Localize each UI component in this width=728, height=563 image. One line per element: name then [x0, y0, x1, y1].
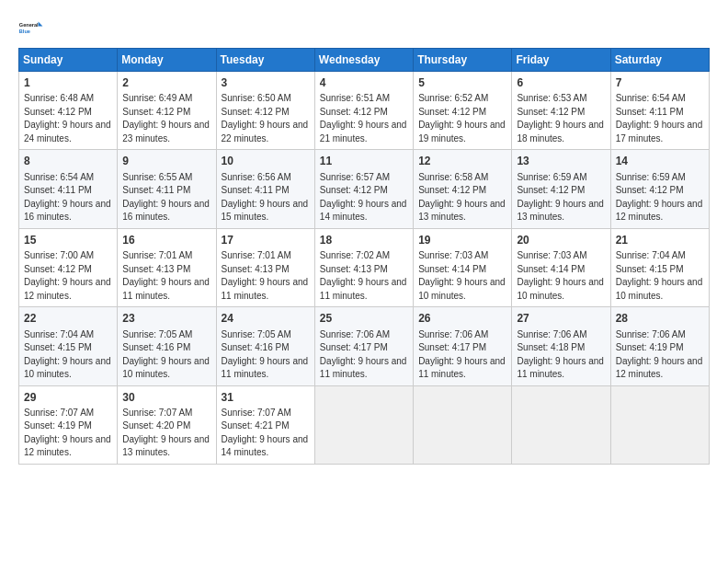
day-number: 19 [418, 233, 506, 248]
sunset-text: Sunset: 4:12 PM [24, 107, 92, 117]
calendar-day-cell: 8Sunrise: 6:54 AMSunset: 4:11 PMDaylight… [19, 150, 118, 228]
daylight-text: Daylight: 9 hours and 24 minutes. [24, 120, 111, 144]
calendar-header-cell: Tuesday [216, 49, 314, 72]
sunset-text: Sunset: 4:19 PM [616, 342, 684, 352]
daylight-text: Daylight: 9 hours and 19 minutes. [418, 120, 506, 144]
sunrise-text: Sunrise: 6:55 AM [122, 172, 192, 182]
day-number: 10 [222, 154, 310, 169]
daylight-text: Daylight: 9 hours and 17 minutes. [616, 120, 703, 144]
calendar-header-cell: Friday [512, 49, 610, 72]
calendar-day-cell: 30Sunrise: 7:07 AMSunset: 4:20 PMDayligh… [118, 385, 216, 464]
sunset-text: Sunset: 4:14 PM [517, 264, 585, 274]
calendar-day-cell: 13Sunrise: 6:59 AMSunset: 4:12 PMDayligh… [512, 150, 610, 228]
daylight-text: Daylight: 9 hours and 13 minutes. [517, 199, 604, 223]
calendar-page: GeneralBlue SundayMondayTuesdayWednesday… [0, 0, 728, 563]
calendar-day-cell: 9Sunrise: 6:55 AMSunset: 4:11 PMDaylight… [118, 150, 216, 228]
daylight-text: Daylight: 9 hours and 11 minutes. [517, 356, 604, 380]
sunset-text: Sunset: 4:16 PM [222, 342, 290, 352]
sunset-text: Sunset: 4:12 PM [320, 185, 388, 195]
sunset-text: Sunset: 4:12 PM [320, 107, 388, 117]
sunrise-text: Sunrise: 6:56 AM [222, 172, 291, 182]
day-number: 31 [222, 390, 310, 406]
calendar-day-cell: 6Sunrise: 6:53 AMSunset: 4:12 PMDaylight… [512, 72, 610, 150]
daylight-text: Daylight: 9 hours and 11 minutes. [222, 356, 309, 380]
calendar-day-cell: 21Sunrise: 7:04 AMSunset: 4:15 PMDayligh… [610, 228, 709, 306]
calendar-day-cell: 20Sunrise: 7:03 AMSunset: 4:14 PMDayligh… [512, 228, 610, 306]
svg-text:General: General [19, 22, 39, 28]
sunrise-text: Sunrise: 7:00 AM [24, 250, 94, 260]
calendar-day-cell [314, 385, 413, 464]
day-number: 8 [24, 154, 112, 169]
calendar-week-row: 22Sunrise: 7:04 AMSunset: 4:15 PMDayligh… [19, 307, 710, 385]
sunrise-text: Sunrise: 6:53 AM [517, 93, 586, 103]
svg-text:Blue: Blue [19, 29, 30, 34]
daylight-text: Daylight: 9 hours and 14 minutes. [320, 199, 407, 223]
day-number: 4 [320, 75, 408, 91]
sunrise-text: Sunrise: 7:06 AM [517, 329, 586, 339]
calendar-day-cell: 11Sunrise: 6:57 AMSunset: 4:12 PMDayligh… [314, 150, 413, 228]
sunset-text: Sunset: 4:11 PM [616, 107, 684, 117]
sunset-text: Sunset: 4:12 PM [122, 107, 190, 117]
day-number: 20 [517, 233, 605, 248]
sunrise-text: Sunrise: 6:52 AM [418, 93, 488, 103]
calendar-header-cell: Wednesday [314, 49, 413, 72]
sunrise-text: Sunrise: 7:06 AM [418, 329, 488, 339]
sunrise-text: Sunrise: 6:51 AM [320, 93, 390, 103]
sunrise-text: Sunrise: 7:02 AM [320, 250, 390, 260]
daylight-text: Daylight: 9 hours and 15 minutes. [222, 199, 309, 223]
calendar-day-cell: 7Sunrise: 6:54 AMSunset: 4:11 PMDaylight… [610, 72, 709, 150]
logo-icon: GeneralBlue [18, 15, 44, 40]
sunset-text: Sunset: 4:13 PM [320, 264, 388, 274]
sunrise-text: Sunrise: 6:50 AM [222, 93, 291, 103]
day-number: 28 [616, 311, 704, 327]
day-number: 26 [418, 311, 506, 327]
calendar-day-cell: 18Sunrise: 7:02 AMSunset: 4:13 PMDayligh… [314, 228, 413, 306]
day-number: 21 [616, 233, 704, 248]
sunrise-text: Sunrise: 6:58 AM [418, 172, 488, 182]
daylight-text: Daylight: 9 hours and 16 minutes. [24, 199, 111, 223]
day-number: 27 [517, 311, 605, 327]
sunrise-text: Sunrise: 6:54 AM [24, 172, 94, 182]
daylight-text: Daylight: 9 hours and 18 minutes. [517, 120, 604, 144]
calendar-header-row: SundayMondayTuesdayWednesdayThursdayFrid… [19, 49, 710, 72]
sunset-text: Sunset: 4:18 PM [517, 342, 585, 352]
sunrise-text: Sunrise: 6:57 AM [320, 172, 390, 182]
calendar-header-cell: Thursday [414, 49, 512, 72]
calendar-day-cell: 19Sunrise: 7:03 AMSunset: 4:14 PMDayligh… [414, 228, 512, 306]
sunset-text: Sunset: 4:12 PM [517, 107, 585, 117]
daylight-text: Daylight: 9 hours and 14 minutes. [222, 434, 309, 458]
daylight-text: Daylight: 9 hours and 23 minutes. [122, 120, 210, 144]
calendar-week-row: 8Sunrise: 6:54 AMSunset: 4:11 PMDaylight… [19, 150, 710, 228]
day-number: 12 [418, 154, 506, 169]
sunset-text: Sunset: 4:13 PM [122, 264, 190, 274]
day-number: 2 [122, 75, 210, 91]
sunset-text: Sunset: 4:13 PM [222, 264, 290, 274]
day-number: 30 [122, 390, 210, 406]
sunset-text: Sunset: 4:11 PM [122, 185, 190, 195]
daylight-text: Daylight: 9 hours and 10 minutes. [122, 356, 210, 380]
sunrise-text: Sunrise: 7:07 AM [24, 408, 94, 418]
day-number: 17 [222, 233, 310, 248]
daylight-text: Daylight: 9 hours and 11 minutes. [418, 356, 506, 380]
calendar-day-cell: 29Sunrise: 7:07 AMSunset: 4:19 PMDayligh… [19, 385, 118, 464]
daylight-text: Daylight: 9 hours and 11 minutes. [320, 356, 407, 380]
calendar-table: SundayMondayTuesdayWednesdayThursdayFrid… [18, 48, 710, 465]
daylight-text: Daylight: 9 hours and 12 minutes. [616, 356, 703, 380]
calendar-day-cell: 12Sunrise: 6:58 AMSunset: 4:12 PMDayligh… [414, 150, 512, 228]
daylight-text: Daylight: 9 hours and 11 minutes. [122, 277, 210, 301]
calendar-day-cell [414, 385, 512, 464]
sunset-text: Sunset: 4:15 PM [24, 342, 92, 352]
day-number: 7 [616, 75, 704, 91]
day-number: 24 [222, 311, 310, 327]
daylight-text: Daylight: 9 hours and 16 minutes. [122, 199, 210, 223]
day-number: 9 [122, 154, 210, 169]
calendar-header-cell: Monday [118, 49, 216, 72]
day-number: 6 [517, 75, 605, 91]
calendar-week-row: 1Sunrise: 6:48 AMSunset: 4:12 PMDaylight… [19, 72, 710, 150]
sunrise-text: Sunrise: 7:05 AM [222, 329, 291, 339]
daylight-text: Daylight: 9 hours and 22 minutes. [222, 120, 309, 144]
sunrise-text: Sunrise: 7:06 AM [320, 329, 390, 339]
daylight-text: Daylight: 9 hours and 13 minutes. [418, 199, 506, 223]
daylight-text: Daylight: 9 hours and 12 minutes. [616, 199, 703, 223]
sunrise-text: Sunrise: 7:03 AM [517, 250, 586, 260]
